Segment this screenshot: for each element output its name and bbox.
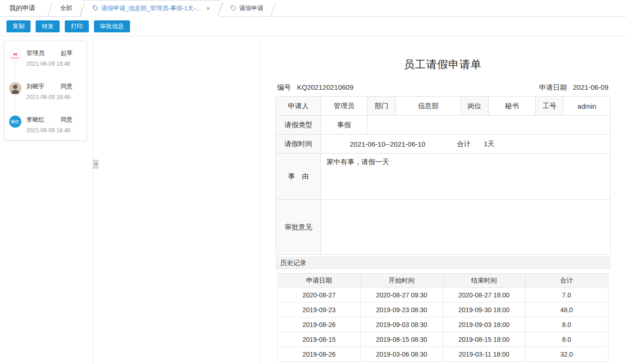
history-header-row: 申请日期开始时间结束时间合计: [278, 274, 608, 288]
history-row[interactable]: 2019-09-232019-09-23 08:302019-09-30 18:…: [278, 302, 608, 317]
leave-type-label: 请假类型: [276, 116, 321, 135]
history-row[interactable]: 2020-08-272020-08-27 09:302020-08-27 18:…: [278, 288, 608, 302]
history-cell: 32.0: [525, 347, 608, 362]
history-cell: 2020-08-27 09:30: [360, 288, 443, 302]
history-cell: 2019-08-15 18:00: [443, 332, 525, 347]
history-cell: 2019-03-11 18:00: [443, 347, 525, 362]
history-row[interactable]: 2019-08-262019-03-06 08:302019-03-11 18:…: [278, 347, 608, 362]
tag-icon: [93, 5, 99, 11]
tab-leave-application-detail[interactable]: 请假申请_信息部_管理员-事假-1天-... ×: [82, 0, 220, 17]
tab-all[interactable]: 全部: [50, 0, 82, 16]
approval-action: 起草: [61, 49, 73, 57]
number-label: 编号: [277, 83, 291, 91]
history-cell: 7.0: [525, 288, 608, 302]
history-cell: 8.0: [525, 332, 608, 347]
leave-time-value: 2021-06-10--2021-06-10: [350, 140, 425, 148]
department-value: 信息部: [396, 97, 461, 116]
photo-avatar: [9, 82, 21, 94]
employee-id-value: admin: [564, 97, 611, 116]
approval-opinion-label: 审批意见: [276, 200, 321, 255]
toolbar: 复制 转发 打印 审批信息: [0, 17, 626, 36]
timeline-entries: ∞ 华天动力 管理员 起草 2021-06-09 18:48: [9, 49, 82, 134]
history-column-header: 开始时间: [360, 274, 443, 288]
tag-icon: [230, 5, 236, 11]
history-section-title: 历史记录: [276, 257, 610, 269]
history-column-header: 结束时间: [443, 274, 525, 288]
tab-bar: 我的申请 全部 请假申请_信息部_管理员-事假-1天-... × 请假申请: [0, 0, 626, 17]
copy-button[interactable]: 复制: [6, 20, 31, 32]
leave-time-row: 请假时间 2021-06-10--2021-06-10 合计 1天: [276, 135, 611, 154]
tab-strip: 全部 请假申请_信息部_管理员-事假-1天-... × 请假申请: [50, 0, 273, 16]
approval-opinion-row: 审批意见: [276, 200, 611, 255]
close-icon[interactable]: ×: [206, 5, 211, 12]
leave-time-cell: 2021-06-10--2021-06-10 合计 1天: [321, 135, 611, 154]
date-value: 2021-06-09: [573, 83, 608, 91]
approver-name: 李晓红: [26, 116, 53, 124]
approval-action: 同意: [61, 82, 73, 91]
print-button[interactable]: 打印: [65, 20, 89, 32]
leave-type-empty-cell: [367, 116, 611, 135]
employee-id-label: 工号: [536, 97, 564, 116]
approval-datetime: 2021-06-09 18:48: [26, 94, 73, 100]
approval-opinion-value: [321, 200, 611, 255]
leave-type-value: 事假: [321, 116, 367, 135]
form-number: 编号KQ202120210609: [277, 83, 353, 92]
text-avatar: 晓红: [9, 116, 21, 128]
history-cell: 2019-08-26: [278, 347, 360, 362]
approval-datetime: 2021-06-09 18:48: [26, 127, 73, 134]
panel-title: 我的申请: [0, 0, 45, 16]
forward-button[interactable]: 转发: [36, 20, 60, 32]
history-row[interactable]: 2019-08-152019-08-15 08:302019-08-15 18:…: [278, 332, 608, 347]
document-area: 员工请假申请单 编号KQ202120210609 申请日期2021-06-09 …: [259, 36, 626, 364]
tab-label: 请假申请_信息部_管理员-事假-1天-...: [101, 4, 201, 12]
avatar[interactable]: 晓红: [9, 115, 22, 128]
leave-form-table: 申请人 管理员 部门 信息部 岗位 秘书 工号 admin 请假类型 事假 请假…: [276, 96, 611, 255]
department-label: 部门: [367, 97, 396, 116]
tab-label: 全部: [60, 4, 72, 12]
history-cell: 2019-08-15 08:30: [360, 332, 443, 347]
number-value: KQ202120210609: [297, 83, 353, 91]
history-cell: 8.0: [525, 317, 608, 332]
approval-info-button[interactable]: 审批信息: [94, 20, 130, 32]
approval-datetime: 2021-06-09 18:48: [26, 61, 73, 67]
history-cell: 2019-08-15: [278, 332, 360, 347]
collapse-panel-handle[interactable]: ◀: [93, 160, 99, 169]
total-value: 1天: [483, 140, 494, 148]
infinity-logo-icon: ∞: [13, 51, 17, 56]
history-cell: 48.0: [525, 302, 608, 317]
history-cell: 2020-08-27 18:00: [443, 288, 525, 302]
history-cell: 2019-09-03 18:00: [443, 317, 525, 332]
tab-leave-application[interactable]: 请假申请: [220, 0, 273, 16]
approval-action: 同意: [61, 116, 73, 124]
history-cell: 2019-08-26: [278, 317, 360, 332]
approver-name: 刘晓宇: [26, 82, 53, 91]
form-meta-row: 编号KQ202120210609 申请日期2021-06-09: [276, 83, 610, 92]
history-cell: 2019-09-23: [278, 302, 360, 317]
approver-name: 管理员: [26, 49, 53, 57]
company-logo-avatar: ∞ 华天动力: [9, 49, 21, 61]
reason-label: 事 由: [276, 154, 321, 200]
total-label: 合计: [457, 140, 471, 148]
date-label: 申请日期: [539, 83, 567, 91]
history-cell: 2019-03-06 08:30: [360, 347, 443, 362]
history-cell: 2019-09-23 08:30: [360, 302, 443, 317]
avatar[interactable]: [9, 82, 22, 95]
position-label: 岗位: [461, 97, 489, 116]
position-value: 秘书: [489, 97, 536, 116]
tab-label: 请假申请: [239, 4, 263, 12]
history-column-header: 合计: [525, 274, 608, 288]
history-body: 2020-08-272020-08-27 09:302020-08-27 18:…: [278, 288, 608, 362]
history-column-header: 申请日期: [278, 274, 360, 288]
timeline-entry: 晓红 李晓红 同意 2021-06-09 18:48: [9, 115, 82, 134]
leave-time-label: 请假时间: [276, 135, 321, 154]
history-cell: 2020-08-27: [278, 288, 360, 302]
history-cell: 2019-09-03 08:30: [360, 317, 443, 332]
approval-timeline-panel: ∞ 华天动力 管理员 起草 2021-06-09 18:48: [0, 36, 93, 364]
applicant-value: 管理员: [321, 97, 367, 116]
applicant-label: 申请人: [276, 97, 321, 116]
history-row[interactable]: 2019-08-262019-09-03 08:302019-09-03 18:…: [278, 317, 608, 332]
timeline-card: ∞ 华天动力 管理员 起草 2021-06-09 18:48: [4, 41, 87, 141]
timeline-entry: ∞ 华天动力 管理员 起草 2021-06-09 18:48: [9, 49, 82, 67]
reason-row: 事 由 家中有事，请假一天: [276, 154, 611, 200]
avatar[interactable]: ∞ 华天动力: [9, 49, 22, 62]
